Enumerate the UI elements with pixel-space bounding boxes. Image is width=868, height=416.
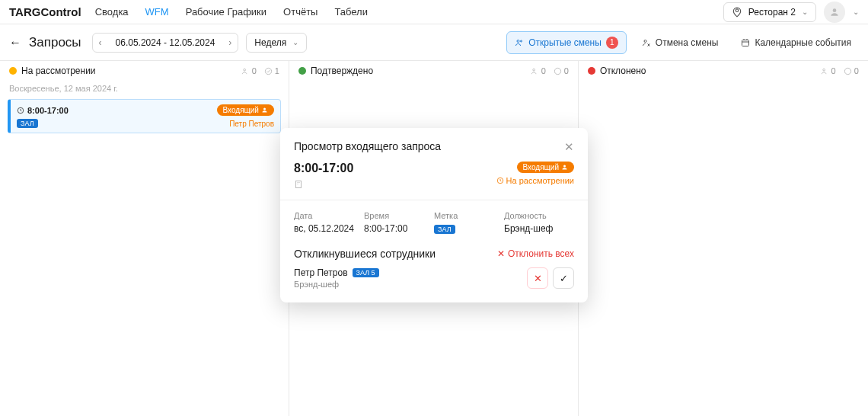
respondent-tag: ЗАЛ 5 (353, 268, 379, 277)
cancel-shift-button[interactable]: Отмена смены (634, 33, 726, 53)
open-shifts-count: 1 (606, 37, 618, 49)
location-select[interactable]: Ресторан 2 ⌄ (723, 2, 816, 22)
user-menu-chevron[interactable]: ⌄ (853, 8, 859, 16)
svg-point-4 (644, 40, 646, 42)
chevron-down-icon: ⌄ (292, 38, 298, 46)
cancel-icon (642, 38, 651, 47)
nav-wfm[interactable]: WFM (144, 3, 171, 21)
period-label: Неделя (254, 37, 286, 48)
detail-time-value: 8:00-17:00 (364, 223, 434, 234)
nav-summary[interactable]: Сводка (94, 3, 130, 21)
detail-role-value: Брэнд-шеф (504, 223, 574, 234)
date-range-label: 06.05.2024 - 12.05.2024 (108, 34, 223, 52)
modal-time: 8:00-17:00 (294, 162, 353, 175)
request-card[interactable]: 8:00-17:00 Входящий ЗАЛ Петр Петров (8, 99, 281, 133)
detail-time-label: Время (364, 211, 434, 220)
location-label: Ресторан 2 (748, 7, 796, 18)
detail-role-label: Должность (504, 211, 574, 220)
svg-point-3 (521, 40, 522, 42)
calendar-icon (741, 38, 750, 47)
approve-respondent-button[interactable]: ✓ (553, 267, 574, 289)
svg-point-23 (563, 165, 566, 168)
close-icon: ✕ (497, 248, 505, 259)
respondent-name: Петр Петров (294, 267, 348, 278)
back-arrow[interactable]: ← (9, 36, 21, 50)
card-employee-name: Петр Петров (229, 120, 274, 128)
approved-merge-count: 0 (554, 66, 569, 75)
nav-schedules[interactable]: Рабочие Графики (184, 3, 268, 21)
modal-status: На рассмотрении (496, 176, 574, 185)
svg-point-11 (243, 69, 245, 71)
svg-rect-19 (296, 181, 302, 188)
page-title: Запросы (29, 35, 81, 50)
rejected-people-count: 0 (821, 66, 836, 75)
cancel-shift-label: Отмена смены (656, 37, 719, 48)
svg-point-1 (833, 8, 837, 12)
modal-close-button[interactable]: ✕ (564, 140, 574, 154)
open-shifts-label: Открытые смены (528, 37, 602, 48)
calendar-events-label: Календарные события (755, 37, 851, 48)
open-shifts-button[interactable]: Открытые смены 1 (506, 31, 627, 54)
detail-date-label: Дата (294, 211, 364, 220)
column-pending: На рассмотрении 0 1 Воскресенье, 12 мая … (0, 61, 289, 416)
svg-point-17 (822, 69, 825, 71)
detail-date-value: вс, 05.12.2024 (294, 223, 364, 234)
detail-tag-value: ЗАЛ (434, 225, 455, 234)
date-range-picker[interactable]: ‹ 06.05.2024 - 12.05.2024 › (92, 33, 239, 53)
card-time: 8:00-17:00 (17, 106, 69, 115)
status-dot-rejected (588, 67, 595, 75)
incoming-badge: Входящий (217, 104, 274, 116)
column-rejected: Отклонено 0 0 (579, 61, 868, 416)
column-date-header: Воскресенье, 12 мая 2024 г. (0, 81, 289, 96)
svg-point-18 (844, 68, 850, 74)
rejected-merge-count: 0 (844, 66, 859, 75)
svg-point-15 (532, 69, 535, 71)
detail-tag-label: Метка (434, 211, 504, 220)
svg-point-14 (263, 108, 266, 110)
svg-point-2 (517, 40, 519, 42)
user-avatar[interactable] (824, 2, 845, 23)
svg-rect-7 (742, 40, 749, 46)
svg-point-16 (554, 68, 560, 74)
column-rejected-label: Отклонено (600, 66, 646, 76)
reject-respondent-button[interactable]: ✕ (527, 267, 548, 289)
next-range-button[interactable]: › (222, 34, 238, 52)
svg-point-12 (265, 68, 271, 74)
pending-merge-count: 1 (264, 66, 279, 75)
prev-range-button[interactable]: ‹ (93, 34, 108, 52)
decline-all-button[interactable]: ✕ Отклонить всех (497, 248, 574, 259)
nav-timesheets[interactable]: Табели (333, 3, 369, 21)
location-icon (732, 7, 742, 18)
respondent-row: Петр Петров ЗАЛ 5 Брэнд-шеф ✕ ✓ (294, 267, 574, 289)
period-select[interactable]: Неделя ⌄ (246, 33, 307, 53)
nav-reports[interactable]: Отчёты (282, 3, 319, 21)
request-modal: Просмотр входящего запроса ✕ 8:00-17:00 … (280, 128, 588, 302)
chevron-down-icon: ⌄ (802, 8, 808, 16)
respondents-title: Откликнувшиеся сотрудники (294, 248, 436, 260)
pending-people-count: 0 (241, 66, 257, 75)
svg-point-0 (736, 8, 739, 11)
modal-title: Просмотр входящего запроса (294, 140, 441, 152)
card-tag: ЗАЛ (17, 119, 38, 128)
calendar-events-button[interactable]: Календарные события (733, 33, 859, 53)
column-approved-label: Подтверждено (311, 66, 373, 76)
people-icon (515, 38, 524, 47)
brand-logo: TARGControl (9, 5, 81, 18)
building-icon (294, 180, 353, 189)
modal-incoming-badge: Входящий (517, 162, 574, 173)
status-dot-approved (298, 67, 306, 75)
approved-people-count: 0 (531, 66, 546, 75)
respondent-role: Брэнд-шеф (294, 280, 379, 289)
status-dot-pending (9, 67, 17, 75)
column-pending-label: На рассмотрении (21, 66, 96, 76)
